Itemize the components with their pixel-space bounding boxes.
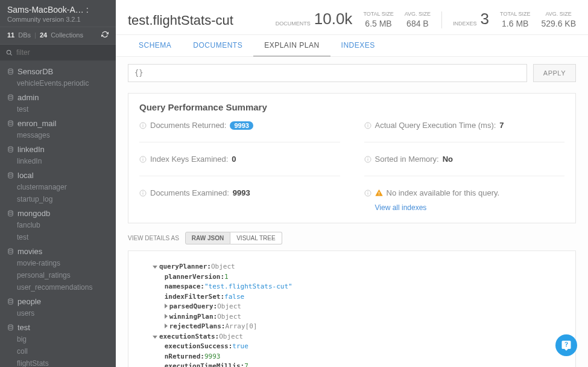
apply-button[interactable]: APPLY [533,64,576,82]
database-row[interactable]: enron_mail [0,115,116,129]
stats-group: DOCUMENTS 10.0k total size 6.5 MB avg. s… [276,10,576,28]
collection-row[interactable]: linkedIn [0,155,116,167]
info-icon [139,122,147,129]
tab-documents[interactable]: DOCUMENTS [182,35,253,56]
svg-point-6 [8,173,13,174]
db-count-label: DBs [18,31,31,39]
json-line[interactable]: executionTimeMillis:7 [141,362,563,367]
database-icon [7,298,14,305]
collection-row[interactable]: fanclub [0,219,116,231]
search-icon [6,49,13,56]
database-row[interactable]: people [0,293,116,307]
json-line[interactable]: indexFilterSet:false [141,292,563,302]
tab-explain-plan[interactable]: EXPLAIN PLAN [253,35,330,57]
collection-row[interactable]: messages [0,129,116,141]
info-icon [139,190,147,197]
database-row[interactable]: local [0,167,116,181]
database-icon [7,120,14,127]
refresh-icon[interactable] [101,31,109,39]
svg-point-3 [8,95,13,97]
json-line[interactable]: winningPlan:Object [141,312,563,322]
svg-rect-29 [378,192,379,194]
main: test.flightStats-cut DOCUMENTS 10.0k tot… [116,0,588,367]
svg-point-19 [143,191,144,192]
sidebar-stats: 11 DBs | 24 Collections [0,27,116,45]
raw-json-toggle[interactable]: RAW JSON [185,232,230,244]
collection-row[interactable]: big [0,333,116,345]
database-icon [7,172,14,179]
collection-row[interactable]: test [0,231,116,243]
version-label: Community version 3.2.1 [7,16,109,23]
total-size: 6.5 MB [365,19,391,28]
avg-size-label: avg. size [405,11,431,18]
json-output: queryPlanner:Object plannerVersion:1 nam… [128,251,576,367]
svg-point-4 [8,121,13,123]
json-line[interactable]: plannerVersion:1 [141,272,563,282]
docs-count: 10.0k [314,10,353,28]
view-all-indexes-link[interactable]: View all indexes [375,203,565,212]
docs-examined-label: Documents Examined: [150,188,229,197]
docs-examined: 9993 [233,188,250,197]
json-line[interactable]: nReturned:9993 [141,352,563,362]
coll-count-label: Collections [51,31,83,39]
filter-input[interactable] [16,48,110,57]
collection-row[interactable]: flightStats [0,357,116,367]
sorted-label: Sorted in Memory: [375,155,439,164]
keys-examined: 0 [232,155,236,164]
tab-indexes[interactable]: INDEXES [330,35,386,56]
docs-returned-badge: 9993 [230,121,253,130]
coll-count: 24 [40,31,47,39]
collection-row[interactable]: startup_log [0,193,116,205]
help-button[interactable] [555,334,577,356]
database-icon [7,324,14,331]
exec-time-label: Actual Query Execution Time (ms): [375,121,496,130]
json-line[interactable]: executionStats:Object [141,332,563,342]
database-row[interactable]: movies [0,243,116,257]
svg-point-5 [8,147,13,148]
collection-row[interactable]: test [0,103,116,115]
svg-point-16 [143,158,144,158]
svg-point-2 [8,69,13,71]
idx-total-size-label: total size [500,11,530,18]
svg-line-1 [10,54,12,56]
docs-returned-label: Documents Returned: [150,121,226,130]
json-line[interactable]: namespace:"test.flightStats-cut" [141,282,563,292]
tab-schema[interactable]: SCHEMA [128,35,182,56]
collection-row[interactable]: users [0,307,116,319]
json-line[interactable]: rejectedPlans:Array[0] [141,322,563,332]
svg-point-25 [367,158,368,158]
visual-tree-toggle[interactable]: VISUAL TREE [230,232,282,244]
collection-row[interactable]: personal_ratings [0,269,116,281]
database-icon [7,146,14,153]
database-row[interactable]: linkedIn [0,141,116,155]
content: {} APPLY Query Performance Summary Docum… [116,57,588,367]
query-input[interactable]: {} [128,64,527,82]
avg-size: 684 B [406,19,429,28]
collection-row[interactable]: user_recommendations [0,281,116,293]
exec-time: 7 [499,121,504,130]
json-line[interactable]: executionSuccess:true [141,342,563,352]
host-title: Sams-MacBook-A… : [7,5,109,14]
indexes-label: INDEXES [453,21,477,27]
svg-point-13 [143,124,144,124]
svg-point-0 [7,50,10,54]
namespace-title: test.flightStats-cut [128,13,233,28]
collection-row[interactable]: vehicleEvents.periodic [0,77,116,89]
database-row[interactable]: mongodb [0,205,116,219]
database-row[interactable]: admin [0,89,116,103]
database-icon [7,68,14,75]
sidebar: Sams-MacBook-A… : Community version 3.2.… [0,0,116,367]
json-line[interactable]: parsedQuery:Object [141,302,563,312]
idx-avg-size-label: avg. size [546,11,572,18]
info-icon [364,122,371,129]
summary-title: Query Performance Summary [139,102,564,112]
filter-row [0,45,116,61]
collection-row[interactable]: coll [0,345,116,357]
database-row[interactable]: test [0,319,116,333]
svg-rect-30 [378,194,379,195]
collection-row[interactable]: clustermanager [0,181,116,193]
database-row[interactable]: SensorDB [0,63,116,77]
json-line[interactable]: queryPlanner:Object [141,262,563,272]
collection-row[interactable]: movie-ratings [0,257,116,269]
warning-icon [375,189,383,197]
